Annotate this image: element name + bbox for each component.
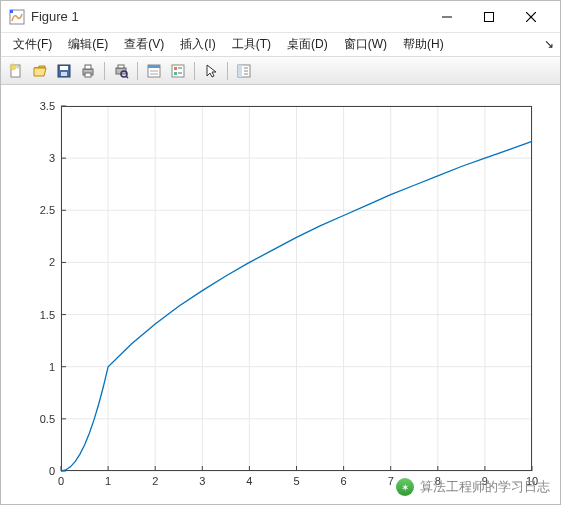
ytick-label: 0.5 — [40, 413, 55, 425]
toolbar-separator — [137, 62, 138, 80]
menu-item-1[interactable]: 编辑(E) — [60, 33, 116, 56]
ytick-label: 0 — [49, 465, 55, 477]
svg-line-18 — [126, 76, 128, 78]
svg-rect-16 — [118, 65, 124, 68]
svg-rect-1 — [10, 10, 13, 13]
open-icon[interactable] — [29, 60, 51, 82]
color-legend-icon[interactable] — [167, 60, 189, 82]
print-preview-icon[interactable] — [110, 60, 132, 82]
toolbar-separator — [194, 62, 195, 80]
close-button[interactable] — [510, 2, 552, 32]
print-icon[interactable] — [77, 60, 99, 82]
xtick-label: 6 — [341, 475, 347, 487]
axes[interactable]: 01234567891000.511.522.533.5 — [61, 106, 532, 471]
menu-item-3[interactable]: 插入(I) — [172, 33, 223, 56]
xtick-label: 4 — [246, 475, 252, 487]
menu-item-7[interactable]: 帮助(H) — [395, 33, 452, 56]
menu-item-2[interactable]: 查看(V) — [116, 33, 172, 56]
toolbar-separator — [227, 62, 228, 80]
svg-rect-25 — [174, 72, 177, 75]
maximize-button[interactable] — [468, 2, 510, 32]
svg-point-8 — [10, 64, 16, 70]
figure-window: Figure 1 文件(F)编辑(E)查看(V)插入(I)工具(T)桌面(D)窗… — [0, 0, 561, 505]
xtick-label: 3 — [199, 475, 205, 487]
ytick-label: 2 — [49, 256, 55, 268]
data-cursor-icon[interactable] — [143, 60, 165, 82]
svg-rect-11 — [61, 72, 67, 76]
linked-plot-icon[interactable] — [233, 60, 255, 82]
titlebar[interactable]: Figure 1 — [1, 1, 560, 33]
window-title: Figure 1 — [31, 9, 426, 24]
ytick-label: 3.5 — [40, 100, 55, 112]
save-icon[interactable] — [53, 60, 75, 82]
app-icon — [9, 9, 25, 25]
xtick-label: 10 — [526, 475, 538, 487]
svg-rect-14 — [85, 73, 91, 77]
svg-rect-13 — [85, 65, 91, 69]
window-controls — [426, 2, 552, 32]
xtick-label: 2 — [152, 475, 158, 487]
xtick-label: 0 — [58, 475, 64, 487]
xtick-label: 5 — [293, 475, 299, 487]
svg-rect-3 — [485, 12, 494, 21]
svg-rect-20 — [148, 65, 160, 68]
xtick-label: 8 — [435, 475, 441, 487]
menu-item-0[interactable]: 文件(F) — [5, 33, 60, 56]
menu-item-4[interactable]: 工具(T) — [224, 33, 279, 56]
svg-rect-24 — [174, 67, 177, 70]
xtick-label: 7 — [388, 475, 394, 487]
xtick-label: 9 — [482, 475, 488, 487]
svg-rect-10 — [60, 66, 68, 70]
toolbar — [1, 57, 560, 85]
menu-item-5[interactable]: 桌面(D) — [279, 33, 336, 56]
svg-rect-23 — [172, 65, 184, 77]
pointer-icon[interactable] — [200, 60, 222, 82]
new-file-icon[interactable] — [5, 60, 27, 82]
plot-area: 01234567891000.511.522.533.5 — [1, 86, 560, 504]
ytick-label: 3 — [49, 152, 55, 164]
menubar: 文件(F)编辑(E)查看(V)插入(I)工具(T)桌面(D)窗口(W)帮助(H)… — [1, 33, 560, 57]
xtick-label: 1 — [105, 475, 111, 487]
menu-item-6[interactable]: 窗口(W) — [336, 33, 395, 56]
svg-rect-29 — [238, 65, 242, 77]
menubar-overflow-icon[interactable]: ↘ — [544, 37, 554, 51]
minimize-button[interactable] — [426, 2, 468, 32]
ytick-label: 1.5 — [40, 309, 55, 321]
ytick-label: 2.5 — [40, 204, 55, 216]
ytick-label: 1 — [49, 361, 55, 373]
toolbar-separator — [104, 62, 105, 80]
